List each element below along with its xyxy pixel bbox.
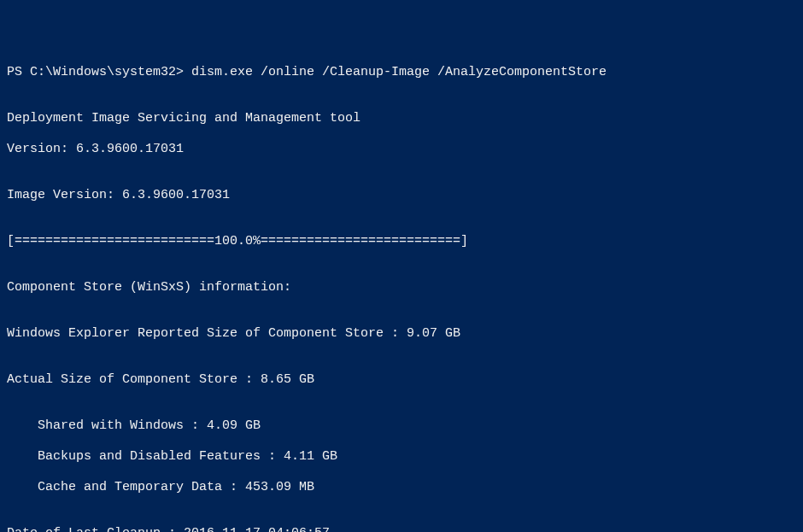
backups-size: Backups and Disabled Features : 4.11 GB — [7, 449, 796, 465]
tool-version: Version: 6.3.9600.17031 — [7, 142, 796, 157]
winsxs-header: Component Store (WinSxS) information: — [7, 280, 796, 295]
reported-size: Windows Explorer Reported Size of Compon… — [7, 326, 796, 342]
prompt-line-1[interactable]: PS C:\Windows\system32> dism.exe /online… — [7, 65, 796, 80]
prompt-path: PS C:\Windows\system32> — [7, 65, 191, 79]
image-version: Image Version: 6.3.9600.17031 — [7, 188, 796, 203]
last-cleanup-date: Date of Last Cleanup : 2016-11-17 04:06:… — [7, 526, 796, 532]
actual-size: Actual Size of Component Store : 8.65 GB — [7, 372, 796, 388]
progress-bar: [==========================100.0%=======… — [7, 234, 796, 249]
tool-header: Deployment Image Servicing and Managemen… — [7, 111, 796, 126]
cache-size: Cache and Temporary Data : 453.09 MB — [7, 480, 796, 495]
shared-size: Shared with Windows : 4.09 GB — [7, 418, 796, 434]
command-1: dism.exe /online /Cleanup-Image /Analyze… — [191, 65, 607, 79]
